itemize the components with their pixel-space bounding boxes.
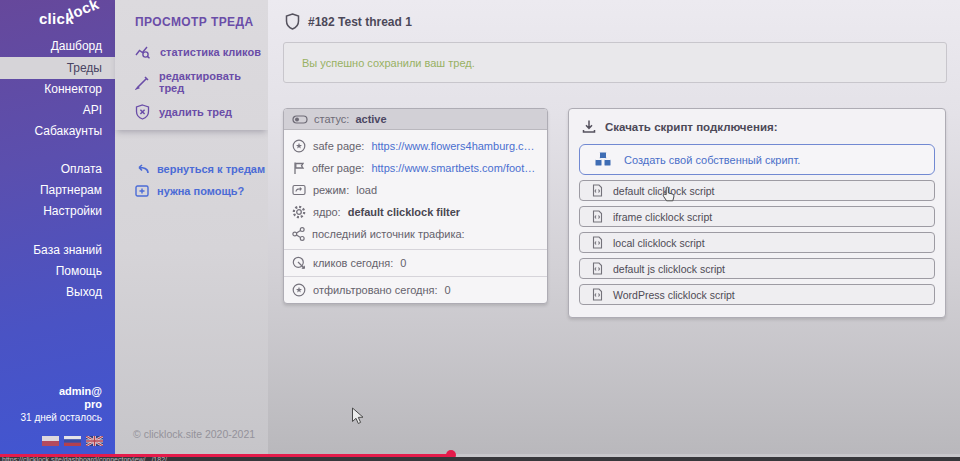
script-button-default[interactable]: default clicklock script — [579, 180, 935, 201]
sidebar-item-connector[interactable]: Коннектор — [0, 79, 115, 100]
submenu-title: ПРОСМОТР ТРЕДА — [115, 0, 268, 29]
submenu-item-edit-thread[interactable]: редактировать тред — [115, 67, 268, 97]
page-title-text: #182 Test thread 1 — [308, 15, 412, 29]
download-scripts-card: Скачать скрипт подключения: Создать свой… — [568, 108, 946, 318]
share-icon — [292, 227, 305, 241]
status-row-label: offer page: — [312, 162, 364, 174]
file-code-icon — [592, 184, 603, 197]
sidebar-item-api[interactable]: API — [0, 100, 115, 121]
toggle-icon — [292, 115, 308, 124]
page-title: #182 Test thread 1 — [285, 13, 412, 30]
thread-status-card: статус: active safe page: https://www.fl… — [283, 108, 548, 304]
sidebar-item-payment[interactable]: Оплата — [0, 159, 115, 180]
status-bar-url: https://clicklock.site/dashboard/connect… — [0, 457, 960, 461]
create-custom-script-label: Создать свой собственный скрипт. — [624, 154, 800, 166]
status-header: статус: active — [284, 109, 547, 130]
status-row-label: safe page: — [313, 140, 364, 152]
sidebar-item-logout[interactable]: Выход — [0, 282, 115, 303]
uk-flag-icon[interactable] — [86, 436, 103, 446]
mode-icon — [292, 184, 306, 196]
script-button-iframe[interactable]: iframe clicklock script — [579, 206, 935, 227]
script-button-label: iframe clicklock script — [613, 211, 712, 223]
status-row-label: режим: — [313, 184, 349, 196]
sidebar-item-settings[interactable]: Настройки — [0, 201, 115, 222]
file-code-icon — [592, 262, 603, 275]
clicks-today-value: 0 — [400, 257, 406, 269]
stat-label: кликов сегодня: — [313, 257, 393, 269]
core-value: default clicklock filter — [348, 206, 460, 218]
mouse-arrow-cursor — [351, 407, 364, 425]
file-code-icon — [592, 236, 603, 249]
stat-row-clicks-today: кликов сегодня: 0 — [284, 249, 547, 276]
sidebar-item-dashboard[interactable]: Дашборд — [0, 36, 115, 57]
submenu-links: вернуться к тредам нужна помощь? — [115, 158, 268, 202]
script-button-label: default js clicklock script — [613, 263, 725, 275]
script-button-label: WordPress clicklock script — [613, 289, 735, 301]
file-code-icon — [592, 288, 603, 301]
sidebar-item-knowledge-base[interactable]: База знаний — [0, 240, 115, 261]
mouse-hand-cursor — [661, 186, 676, 203]
submenu-item-label: статистика кликов — [160, 46, 261, 58]
sidebar-item-subaccounts[interactable]: Сабакаунты — [0, 121, 115, 142]
status-row-core: ядро: default clicklock filter — [284, 201, 547, 223]
browser-status-bar: https://clicklock.site/dashboard/connect… — [0, 457, 960, 461]
account-plan: pro — [21, 398, 103, 411]
pencil-icon — [135, 75, 150, 90]
download-card-title: Скачать скрипт подключения: — [579, 119, 935, 134]
sidebar-item-threads[interactable]: Треды — [0, 57, 115, 79]
status-row-safe-page: safe page: https://www.flowers4hamburg.c… — [284, 135, 547, 157]
status-row-last-traffic-source: последний источник трафика: — [284, 223, 547, 245]
shield-icon — [285, 13, 300, 30]
shield-star-icon — [292, 139, 306, 153]
submenu-link-label: нужна помощь? — [157, 185, 244, 197]
sidebar-item-help[interactable]: Помощь — [0, 261, 115, 282]
submenu-item-label: удалить тред — [159, 106, 232, 118]
script-button-local[interactable]: local clicklock script — [579, 232, 935, 253]
app-window: clicklock Дашборд Треды Коннектор API Са… — [0, 0, 960, 461]
submenu-item-click-stats[interactable]: статистика кликов — [115, 37, 268, 67]
download-icon — [582, 119, 596, 134]
script-button-default-js[interactable]: default js clicklock script — [579, 258, 935, 279]
status-row-label: ядро: — [313, 206, 341, 218]
account-days-left: 31 дней осталось — [21, 411, 103, 424]
account-info: admin@ pro 31 дней осталось — [21, 385, 103, 424]
filtered-today-value: 0 — [445, 284, 451, 296]
submenu-item-label: редактировать тред — [159, 70, 268, 94]
success-alert: Вы успешно сохранили ваш тред. — [283, 42, 947, 83]
poland-flag-icon[interactable] — [42, 436, 59, 446]
status-value: active — [355, 113, 386, 125]
thread-submenu-panel: ПРОСМОТР ТРЕДА статистика кликов редакти… — [115, 0, 268, 454]
language-switcher — [42, 436, 103, 446]
clicklock-logo: clicklock — [39, 10, 105, 27]
flag-icon — [292, 161, 305, 175]
stat-row-filtered-today: отфильтровано сегодня: 0 — [284, 276, 547, 303]
submenu-item-delete-thread[interactable]: удалить тред — [115, 97, 268, 127]
russia-flag-icon[interactable] — [64, 436, 81, 446]
status-row-offer-page: offer page: https://www.smartbets.com/fo… — [284, 157, 547, 179]
back-arrow-icon — [135, 164, 149, 175]
submenu-link-label: вернуться к тредам — [157, 163, 265, 175]
thread-submenu-card: ПРОСМОТР ТРЕДА статистика кликов редакти… — [115, 0, 268, 130]
offer-page-link[interactable]: https://www.smartbets.com/football/tea..… — [371, 162, 539, 174]
safe-page-link[interactable]: https://www.flowers4hamburg.com/ — [371, 140, 539, 152]
create-custom-script-button[interactable]: Создать свой собственный скрипт. — [579, 144, 935, 175]
status-label: статус: — [314, 113, 349, 125]
file-code-icon — [592, 210, 603, 223]
shield-star-icon — [292, 283, 306, 297]
main-content: #182 Test thread 1 Вы успешно сохранили … — [268, 0, 960, 454]
download-card-title-text: Скачать скрипт подключения: — [605, 121, 778, 133]
account-email: admin@ — [21, 385, 103, 398]
stats-magnifier-icon — [135, 45, 151, 59]
sidebar-item-partners[interactable]: Партнерам — [0, 180, 115, 201]
plus-box-icon — [135, 185, 149, 197]
copyright-text: © clicklock.site 2020-2021 — [133, 428, 255, 440]
sidebar: clicklock Дашборд Треды Коннектор API Са… — [0, 0, 115, 454]
script-button-label: local clicklock script — [613, 237, 705, 249]
success-alert-text: Вы успешно сохранили ваш тред. — [302, 57, 475, 69]
need-help-link[interactable]: нужна помощь? — [115, 180, 268, 202]
status-rows: safe page: https://www.flowers4hamburg.c… — [284, 130, 547, 249]
script-button-wordpress[interactable]: WordPress clicklock script — [579, 284, 935, 305]
shield-x-icon — [135, 104, 150, 120]
back-to-threads-link[interactable]: вернуться к тредам — [115, 158, 268, 180]
status-row-mode: режим: load — [284, 179, 547, 201]
